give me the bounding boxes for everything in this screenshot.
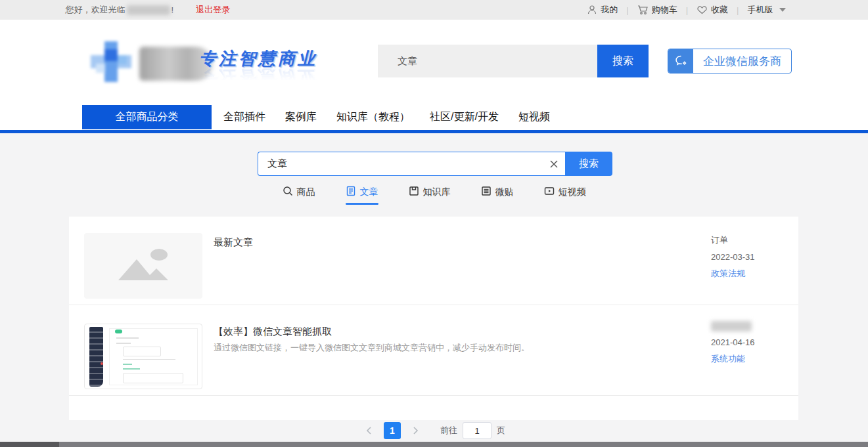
prev-page-icon[interactable] — [363, 422, 376, 439]
nav-item-short-video[interactable]: 短视频 — [518, 110, 550, 124]
logout-link[interactable]: 退出登录 — [196, 4, 230, 16]
nav-item-all-plugins[interactable]: 全部插件 — [223, 110, 265, 124]
divider: | — [626, 5, 628, 15]
article-category-link[interactable]: 政策法规 — [711, 268, 755, 280]
results-panel: 最新文章 订单 2022-03-31 政策法规 【效率 — [69, 217, 798, 420]
goto-page-input[interactable] — [463, 422, 491, 439]
footer-strip-dark-segment — [0, 442, 59, 447]
knowledge-icon — [409, 186, 419, 198]
nav-item-case-library[interactable]: 案例库 — [285, 110, 317, 124]
tab-short-video[interactable]: 短视频 — [544, 186, 586, 205]
article-source: 订单 — [711, 234, 755, 246]
page-unit-label: 页 — [497, 425, 505, 436]
header-search: 搜索 — [378, 45, 649, 77]
pagination: 1 前往 页 — [0, 422, 868, 439]
tab-articles[interactable]: 文章 — [346, 186, 378, 205]
video-icon — [544, 186, 555, 198]
result-row[interactable]: 【效率】微信文章智能抓取 通过微信图文链接，一键导入微信图文文章到商城文章营销中… — [69, 305, 798, 396]
main-nav: 全部商品分类 全部插件 案例库 知识库（教程） 社区/更新/开发 短视频 — [69, 105, 798, 129]
result-tabs: 商品 文章 知识库 — [0, 186, 868, 205]
divider: | — [686, 5, 688, 15]
thumbnail-sidebar-graphic — [89, 327, 103, 387]
cart-icon — [637, 5, 649, 15]
tab-knowledge[interactable]: 知识库 — [409, 186, 451, 205]
nav-item-knowledge-base[interactable]: 知识库（教程） — [336, 110, 410, 124]
slogan-reflection: 专注智慧商业 — [199, 66, 317, 89]
logo-mark-blurred — [91, 41, 131, 82]
article-meta: 2021-04-16 系统功能 — [711, 321, 755, 365]
my-account-link[interactable]: 我的 — [587, 4, 618, 16]
thumbnail-badge-graphic — [101, 362, 103, 365]
memo-icon — [481, 186, 491, 198]
goto-label: 前往 — [440, 425, 457, 436]
article-title[interactable]: 【效率】微信文章智能抓取 — [214, 326, 332, 338]
chevron-down-icon — [779, 8, 786, 12]
brand-slogan: 专注智慧商业 专注智慧商业 — [199, 47, 317, 89]
header-search-input[interactable] — [378, 45, 597, 77]
article-thumbnail-screenshot[interactable] — [84, 324, 202, 389]
current-page-button[interactable]: 1 — [384, 422, 401, 439]
tab-goods[interactable]: 商品 — [283, 186, 315, 205]
tab-memo[interactable]: 微贴 — [481, 186, 514, 205]
favorites-link[interactable]: 收藏 — [697, 4, 728, 16]
article-date: 2022-03-31 — [711, 252, 755, 262]
user-icon — [587, 5, 597, 15]
image-placeholder-icon — [113, 246, 173, 286]
next-page-icon[interactable] — [409, 422, 422, 439]
article-icon — [346, 186, 356, 198]
wecom-button-label: 企业微信服务商 — [693, 54, 791, 69]
greeting-suffix: ! — [171, 5, 174, 15]
blurred-username — [127, 5, 170, 15]
blurred-brand — [711, 321, 752, 331]
nav-item-all-categories[interactable]: 全部商品分类 — [82, 105, 212, 129]
result-row[interactable]: 最新文章 订单 2022-03-31 政策法规 — [69, 217, 798, 305]
site-logo[interactable] — [91, 41, 213, 82]
wecom-icon — [668, 49, 693, 74]
clear-search-icon[interactable] — [543, 160, 565, 169]
footer-strip — [0, 442, 868, 447]
article-category-link[interactable]: 系统功能 — [711, 353, 755, 365]
result-search-button[interactable]: 搜索 — [565, 152, 612, 176]
article-thumbnail-placeholder[interactable] — [84, 233, 202, 299]
article-description: 通过微信图文链接，一键导入微信图文文章到商城文章营销中，减少手动发布时间。 — [214, 342, 530, 354]
greeting-text: 您好，欢迎光临 — [66, 4, 126, 16]
content-area: 搜索 商品 文章 知 — [0, 133, 868, 442]
heart-icon — [697, 5, 708, 15]
cart-link[interactable]: 购物车 — [637, 4, 677, 16]
search-icon — [283, 186, 293, 198]
header-search-button[interactable]: 搜索 — [597, 45, 649, 77]
mobile-version-menu[interactable]: 手机版 — [748, 4, 786, 16]
header: 专注智慧商业 专注智慧商业 搜索 企业微信服务商 — [69, 20, 798, 105]
topbar: 您好，欢迎光临 ! 退出登录 我的 | 购物 — [0, 0, 868, 20]
result-search-bar: 搜索 — [258, 152, 612, 176]
article-meta: 订单 2022-03-31 政策法规 — [711, 234, 755, 280]
result-search-input[interactable] — [258, 158, 543, 169]
wecom-service-button[interactable]: 企业微信服务商 — [668, 49, 792, 74]
article-title[interactable]: 最新文章 — [214, 236, 253, 249]
article-date: 2021-04-16 — [711, 337, 755, 347]
divider: | — [737, 5, 739, 15]
nav-item-community[interactable]: 社区/更新/开发 — [430, 110, 499, 124]
